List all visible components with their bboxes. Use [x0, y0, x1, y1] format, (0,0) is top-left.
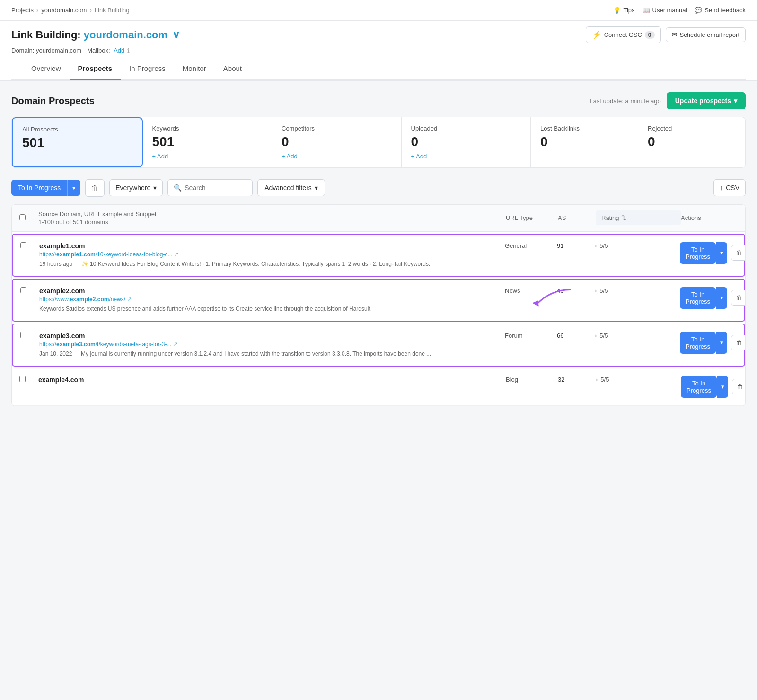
row2-to-in-progress-button[interactable]: To In Progress — [680, 287, 716, 309]
row3-rating-chevron: › — [595, 332, 597, 339]
card-all-prospects[interactable]: All Prospects 501 — [12, 117, 143, 167]
card-keywords-add[interactable]: + Add — [152, 153, 263, 160]
row4-progress-btn-group: To In Progress ▾ — [681, 376, 728, 398]
tips-link[interactable]: 💡 Tips — [613, 7, 634, 14]
row3-progress-btn-group: To In Progress ▾ — [680, 332, 727, 354]
tab-overview[interactable]: Overview — [23, 58, 70, 80]
row3-url-link[interactable]: https://example3.com/t/keywords-meta-tag… — [39, 341, 171, 348]
row3-url: https://example3.com/t/keywords-meta-tag… — [39, 341, 505, 348]
delete-button[interactable]: 🗑 — [85, 179, 105, 197]
row4-as: 32 — [558, 376, 596, 383]
top-bar: Projects › yourdomain.com › Link Buildin… — [0, 0, 757, 21]
send-feedback-link[interactable]: 💬 Send feedback — [695, 7, 746, 14]
tab-about[interactable]: About — [215, 58, 250, 80]
row1-as: 91 — [557, 242, 595, 249]
row2-delete-button[interactable]: 🗑 — [731, 290, 746, 306]
card-rejected[interactable]: Rejected 0 — [638, 117, 745, 167]
to-in-progress-button[interactable]: To In Progress — [11, 180, 67, 196]
row4-to-in-progress-button[interactable]: To In Progress — [681, 376, 717, 398]
card-lost-count: 0 — [540, 134, 628, 150]
to-in-progress-dropdown[interactable]: ▾ — [67, 180, 80, 196]
everywhere-chevron-icon: ▾ — [153, 184, 157, 192]
row2-external-link-icon[interactable]: ↗ — [127, 296, 132, 302]
row3-trash-icon: 🗑 — [736, 339, 742, 346]
update-prospects-button[interactable]: Update prospects ▾ — [667, 92, 746, 109]
row4-rating-value: 5/5 — [600, 376, 609, 383]
card-competitors-add[interactable]: + Add — [282, 153, 392, 160]
purple-arrow-annotation — [528, 285, 575, 315]
col-source: Source Domain, URL Example and Snippet 1… — [38, 210, 506, 226]
row4-checkbox[interactable] — [19, 376, 26, 382]
card-rejected-count: 0 — [648, 134, 736, 150]
row4-checkbox-cell — [19, 376, 38, 384]
tab-monitor[interactable]: Monitor — [174, 58, 215, 80]
card-uploaded-add[interactable]: + Add — [411, 153, 521, 160]
main-content: Domain Prospects Last update: a minute a… — [0, 81, 757, 418]
row4-delete-button[interactable]: 🗑 — [732, 379, 746, 394]
card-competitors[interactable]: Competitors 0 + Add — [272, 117, 402, 167]
breadcrumb-sep1: › — [36, 7, 38, 14]
breadcrumb-projects[interactable]: Projects — [11, 7, 34, 14]
title-chevron: ∨ — [172, 29, 180, 41]
row3-progress-dropdown[interactable]: ▾ — [716, 332, 727, 354]
tab-in-progress[interactable]: In Progress — [121, 58, 174, 80]
row3-checkbox[interactable] — [20, 332, 26, 338]
row1-rating-chevron: › — [595, 242, 597, 249]
advanced-filters-button[interactable]: Advanced filters ▾ — [257, 179, 325, 196]
csv-export-button[interactable]: ↑ CSV — [713, 179, 746, 196]
row2-checkbox-cell — [20, 287, 39, 295]
row1-delete-button[interactable]: 🗑 — [731, 245, 746, 261]
row4-progress-dropdown[interactable]: ▾ — [717, 376, 728, 398]
col-actions: Actions — [681, 214, 738, 221]
row1-url-link[interactable]: https://example1.com/10-keyword-ideas-fo… — [39, 251, 172, 258]
row3-snippet: Jan 10, 2022 — My journal is currently r… — [39, 350, 505, 358]
everywhere-dropdown[interactable]: Everywhere ▾ — [109, 179, 163, 196]
row3-to-in-progress-button[interactable]: To In Progress — [680, 332, 716, 354]
tab-prospects[interactable]: Prospects — [70, 58, 121, 80]
row1-progress-dropdown[interactable]: ▾ — [716, 242, 727, 264]
col-url-type: URL Type — [506, 214, 558, 221]
upload-icon: ↑ — [720, 184, 723, 192]
mailbox-info-icon: ℹ — [127, 47, 130, 54]
row2-url: https://www.example2.com/news/ ↗ — [39, 296, 505, 303]
row1-url: https://example1.com/10-keyword-ideas-fo… — [39, 251, 505, 258]
row1-trash-icon: 🗑 — [736, 249, 742, 256]
section-header: Domain Prospects Last update: a minute a… — [11, 92, 746, 109]
table-row: example3.com https://example3.com/t/keyw… — [12, 324, 745, 367]
row3-delete-button[interactable]: 🗑 — [731, 335, 746, 350]
svg-marker-0 — [532, 301, 539, 307]
row1-actions: To In Progress ▾ 🗑 — [680, 242, 737, 264]
row1-progress-btn-group: To In Progress ▾ — [680, 242, 727, 264]
domain-title-link[interactable]: yourdomain.com — [84, 29, 167, 41]
row2-url-link[interactable]: https://www.example2.com/news/ — [39, 296, 125, 303]
row1-to-in-progress-button[interactable]: To In Progress — [680, 242, 716, 264]
card-uploaded-count: 0 — [411, 134, 521, 150]
schedule-email-button[interactable]: ✉ Schedule email report — [666, 27, 746, 42]
row2-progress-dropdown[interactable]: ▾ — [716, 287, 727, 309]
toolbar-right: ↑ CSV — [713, 179, 746, 196]
row1-external-link-icon[interactable]: ↗ — [174, 251, 178, 257]
rating-sort-icon: ⇅ — [621, 214, 626, 221]
row3-external-link-icon[interactable]: ↗ — [173, 341, 177, 347]
nav-tabs: Overview Prospects In Progress Monitor A… — [11, 58, 746, 80]
col-rating[interactable]: Rating ⇅ — [596, 210, 681, 225]
user-manual-link[interactable]: 📖 User manual — [643, 7, 687, 14]
row3-rating: › 5/5 — [595, 332, 680, 339]
toolbar: To In Progress ▾ 🗑 Everywhere ▾ 🔍 Advanc… — [11, 179, 746, 197]
table-row: example1.com https://example1.com/10-key… — [12, 234, 745, 277]
search-input[interactable] — [185, 184, 246, 192]
row1-checkbox[interactable] — [20, 242, 26, 248]
search-box[interactable]: 🔍 — [167, 179, 253, 196]
card-keywords[interactable]: Keywords 501 + Add — [143, 117, 273, 167]
select-all-checkbox[interactable] — [19, 214, 26, 220]
row3-checkbox-cell — [20, 332, 39, 340]
card-lost-backlinks[interactable]: Lost Backlinks 0 — [531, 117, 638, 167]
connect-gsc-button[interactable]: ⚡ Connect GSC 0 — [586, 26, 661, 43]
feedback-icon: 💬 — [695, 7, 702, 14]
breadcrumb-domain[interactable]: yourdomain.com — [41, 7, 87, 14]
mailbox-add-link[interactable]: Add — [114, 47, 124, 54]
card-uploaded[interactable]: Uploaded 0 + Add — [402, 117, 531, 167]
table-header: Source Domain, URL Example and Snippet 1… — [12, 205, 745, 232]
row2-checkbox[interactable] — [20, 287, 26, 293]
gsc-badge: 0 — [645, 31, 655, 39]
